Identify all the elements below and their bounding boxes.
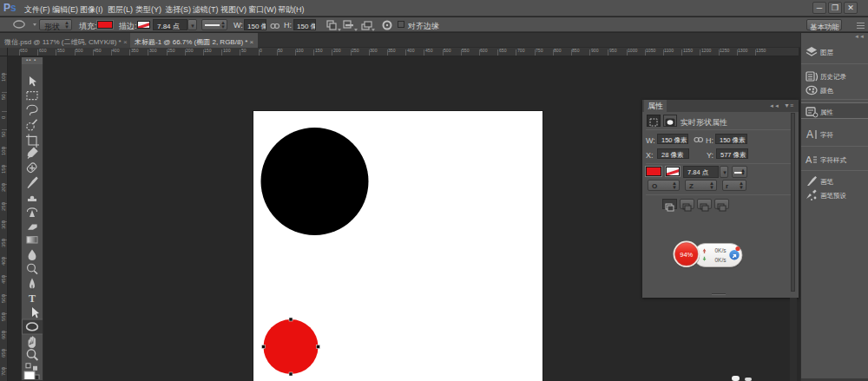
svg-text:T: T: [29, 292, 36, 305]
svg-text:A: A: [806, 154, 812, 165]
svg-text:A: A: [806, 128, 813, 141]
svg-text:0K/s: 0K/s: [714, 257, 727, 263]
svg-text:0K/s: 0K/s: [714, 247, 727, 253]
svg-text:94%: 94%: [680, 251, 693, 259]
